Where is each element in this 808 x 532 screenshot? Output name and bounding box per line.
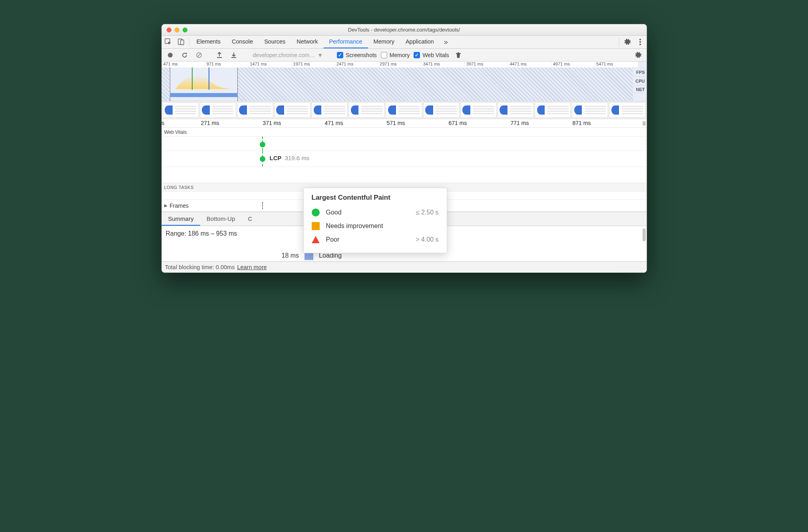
- scrollbar-thumb[interactable]: [643, 121, 646, 126]
- screenshots-label: Screenshots: [346, 52, 377, 58]
- tab-sources[interactable]: Sources: [259, 36, 291, 48]
- overview-tick: 1471 ms: [248, 62, 291, 67]
- screenshot-thumb[interactable]: [274, 102, 310, 118]
- svg-rect-9: [217, 57, 222, 58]
- frame-marker: [262, 202, 263, 209]
- minimize-window-icon[interactable]: [175, 28, 179, 32]
- chevron-down-icon: ▼: [317, 52, 323, 58]
- screenshot-thumb[interactable]: [311, 102, 348, 118]
- svg-rect-2: [181, 40, 184, 45]
- screenshots-toggle[interactable]: Screenshots: [337, 52, 377, 58]
- svg-line-8: [197, 54, 201, 57]
- flame-tick: 771 ms: [511, 120, 529, 126]
- overview-timeline[interactable]: 471 ms 971 ms 1471 ms 1971 ms 2471 ms 29…: [162, 62, 647, 101]
- svg-rect-10: [231, 57, 236, 58]
- screenshot-thumb[interactable]: [163, 102, 199, 118]
- needs-improvement-square-icon: [312, 222, 320, 230]
- screenshot-thumb[interactable]: [423, 102, 460, 118]
- learn-more-link[interactable]: Learn more: [237, 264, 267, 270]
- flame-tick: 571 ms: [387, 120, 405, 126]
- tooltip-good-threshold: ≤ 2.50 s: [416, 209, 439, 216]
- screenshot-thumb[interactable]: [348, 102, 385, 118]
- flame-ruler[interactable]: ns 271 ms 371 ms 471 ms 571 ms 671 ms 77…: [162, 119, 647, 128]
- devtools-window: DevTools - developer.chrome.com/tags/dev…: [161, 24, 647, 273]
- kebab-menu-icon[interactable]: [634, 36, 647, 48]
- frames-label: Frames: [170, 202, 189, 209]
- more-tabs-icon[interactable]: »: [440, 36, 452, 48]
- inspect-element-icon[interactable]: [162, 36, 175, 48]
- overview-tick: 3471 ms: [422, 62, 465, 67]
- device-toolbar-icon[interactable]: [175, 36, 187, 48]
- performance-toolbar: developer.chrome.com… ▼ Screenshots Memo…: [162, 49, 647, 62]
- overview-tick: 4471 ms: [508, 62, 551, 67]
- svg-point-6: [168, 53, 173, 58]
- expand-triangle-icon[interactable]: ▶: [164, 203, 167, 208]
- save-profile-button[interactable]: [229, 50, 239, 60]
- memory-toggle[interactable]: Memory: [381, 52, 410, 58]
- tab-performance[interactable]: Performance: [324, 36, 368, 48]
- screenshot-thumb[interactable]: [572, 102, 608, 118]
- load-marker: [209, 67, 209, 90]
- flame-tick: 271 ms: [201, 120, 219, 126]
- tab-console[interactable]: Console: [226, 36, 259, 48]
- recording-select-label: developer.chrome.com…: [253, 52, 315, 58]
- tooltip-ni-label: Needs improvement: [326, 222, 439, 230]
- settings-icon[interactable]: [621, 36, 634, 48]
- checkbox-unchecked-icon: [381, 52, 387, 58]
- screenshot-thumb[interactable]: [498, 102, 534, 118]
- tab-bottom-up[interactable]: Bottom-Up: [200, 212, 242, 226]
- webvitals-lane-lcp[interactable]: LCP 319.6 ms: [162, 151, 647, 167]
- garbage-collect-button[interactable]: [453, 50, 464, 60]
- lcp-tooltip: Largest Contentful Paint Good ≤ 2.50 s N…: [303, 188, 447, 253]
- overview-tick: 1971 ms: [292, 62, 335, 67]
- tab-network[interactable]: Network: [291, 36, 323, 48]
- screenshot-thumb[interactable]: [609, 102, 645, 118]
- svg-point-5: [639, 44, 641, 45]
- performance-body: 471 ms 971 ms 1471 ms 1971 ms 2471 ms 29…: [162, 62, 647, 272]
- tooltip-title: Largest Contentful Paint: [312, 194, 439, 202]
- lcp-metric-value: 319.6 ms: [285, 155, 310, 161]
- webvitals-toggle[interactable]: Web Vitals: [414, 52, 449, 58]
- fcp-dot-icon[interactable]: [260, 142, 265, 147]
- tab-application[interactable]: Application: [400, 36, 440, 48]
- poor-triangle-icon: [312, 236, 320, 243]
- status-bar: Total blocking time: 0.00ms Learn more: [162, 261, 647, 272]
- tab-call-tree[interactable]: C: [241, 212, 259, 226]
- record-button[interactable]: [165, 50, 175, 60]
- window-title: DevTools - developer.chrome.com/tags/dev…: [162, 27, 647, 33]
- checkbox-checked-icon: [337, 52, 343, 58]
- close-window-icon[interactable]: [167, 28, 171, 32]
- fcp-marker: [192, 67, 193, 90]
- webvitals-label: Web Vitals: [422, 52, 449, 58]
- tab-memory[interactable]: Memory: [368, 36, 400, 48]
- overview-tick: 971 ms: [205, 62, 248, 67]
- tab-summary[interactable]: Summary: [162, 212, 200, 226]
- tab-elements[interactable]: Elements: [191, 36, 226, 48]
- lcp-dot-icon[interactable]: [260, 156, 265, 162]
- checkbox-checked-icon: [414, 52, 420, 58]
- scrollbar-thumb[interactable]: [643, 228, 646, 241]
- flame-tick: 871 ms: [573, 120, 591, 126]
- flame-tick: 471 ms: [325, 120, 343, 126]
- load-profile-button[interactable]: [214, 50, 225, 60]
- screenshot-filmstrip[interactable]: [162, 101, 647, 119]
- screenshot-thumb[interactable]: [237, 102, 273, 118]
- overview-row-fps: FPS: [633, 67, 645, 76]
- screenshot-thumb[interactable]: [460, 102, 497, 118]
- recording-select[interactable]: developer.chrome.com… ▼: [251, 51, 326, 59]
- lcp-metric-label: LCP: [270, 155, 282, 161]
- capture-settings-icon[interactable]: [633, 50, 643, 60]
- webvitals-lane-top[interactable]: [162, 137, 647, 151]
- screenshot-thumb[interactable]: [535, 102, 571, 118]
- titlebar: DevTools - developer.chrome.com/tags/dev…: [162, 24, 647, 36]
- clear-button[interactable]: [194, 50, 204, 60]
- screenshot-thumb[interactable]: [200, 102, 236, 118]
- overview-tick: 2471 ms: [335, 62, 378, 67]
- overview-row-net: NET: [633, 85, 645, 93]
- tooltip-good-label: Good: [326, 209, 416, 216]
- reload-record-button[interactable]: [179, 50, 190, 60]
- flame-tick: 371 ms: [263, 120, 281, 126]
- screenshot-thumb[interactable]: [386, 102, 422, 118]
- zoom-window-icon[interactable]: [183, 28, 187, 32]
- loading-ms: 18 ms: [282, 252, 299, 259]
